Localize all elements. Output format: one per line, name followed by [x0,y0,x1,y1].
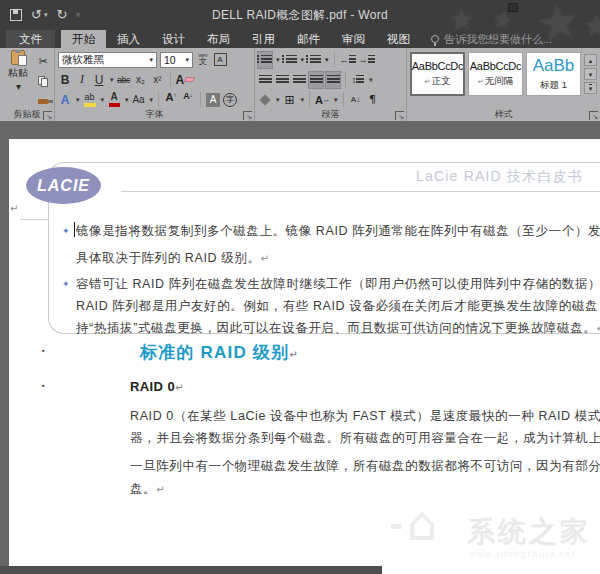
ribbon-tabs: 文件 开始 插入 设计 布局 引用 邮件 审阅 视图 告诉我您想要做什么... [0,30,600,48]
styles-scroll-down-icon[interactable]: ▾ [584,68,597,80]
paste-button[interactable]: 粘贴 ▾ [3,50,33,92]
tab-mailings[interactable]: 邮件 [286,30,331,48]
format-painter-icon[interactable] [36,93,50,109]
underline-button[interactable]: U [92,72,106,88]
borders-icon[interactable]: ⊞ [283,92,297,108]
bullet-icon: ✦ [62,226,70,236]
font-color-icon[interactable]: A [107,92,121,108]
numbered-list-icon[interactable] [283,52,297,68]
watermark-url: www.xitongzhijia.net [469,549,576,559]
phonetic-guide-icon[interactable]: wén文 [196,52,210,68]
section-heading: 标准的 RAID 级别↵ [140,341,298,364]
show-marks-icon[interactable]: ¶ [366,92,380,108]
ribbon: 粘贴 ▾ ✂ 剪贴板 ↘ 微软雅黑▾ 10▾ [0,48,600,121]
document-page[interactable]: LACIE LaCie RAID 技术白皮书 ↵ ✦ 镜像是指将数据复制到多个磁… [9,139,600,574]
paragraph-dialog-launcher-icon[interactable]: ↘ [395,111,404,120]
cut-icon[interactable]: ✂ [36,53,50,69]
subscript-button[interactable]: x₂ [134,72,148,88]
body-line: 器，并且会将数据分条到每个磁盘。所有磁盘的可用容量合在一起，成为计算机上的一个逻… [130,430,600,447]
tab-insert[interactable]: 插入 [106,30,151,48]
header-rule [121,191,600,192]
superscript-button[interactable]: x² [151,72,165,88]
sub-heading: RAID 0↵ [130,379,183,394]
clear-formatting-icon[interactable]: A [176,72,195,88]
body-line: 持“热插拔”式磁盘更换，因此可以在设备开启、而且数据可供访问的情况下更换故障磁盘… [76,320,600,337]
outline-bullet-icon: ▪ [42,347,44,354]
font-dialog-launcher-icon[interactable]: ↘ [243,111,252,120]
font-size-combo[interactable]: 10▾ [160,52,193,68]
body-line: RAID 0（在某些 LaCie 设备中也称为 FAST 模式）是速度最快的一种… [130,408,600,425]
tab-design[interactable]: 设计 [151,30,196,48]
tab-file[interactable]: 文件 [6,30,55,48]
character-shading-icon[interactable]: A [206,92,220,108]
styles-scroll-up-icon[interactable]: ▴ [584,54,597,66]
italic-button[interactable]: I [75,72,89,88]
line-spacing-icon[interactable]: ↕ [351,72,365,88]
text-cursor [74,222,75,237]
tab-references[interactable]: 引用 [241,30,286,48]
change-case-icon[interactable]: Aa [132,92,146,108]
multilevel-list-icon[interactable] [307,52,321,68]
body-line: 容错可让 RAID 阵列在磁盘发生故障时继续工作（即用户仍然可以使用阵列中存储的… [76,276,600,293]
enclose-characters-icon[interactable]: 字 [223,92,237,108]
asian-layout-icon[interactable]: A↔ [315,92,330,108]
status-bar-edge [0,566,382,574]
bullet-icon: ✦ [62,279,70,289]
clipboard-dialog-launcher-icon[interactable]: ↘ [43,111,52,120]
style-heading1[interactable]: AaBb 标题 1 [526,52,581,96]
group-clipboard: 粘贴 ▾ ✂ 剪贴板 ↘ [0,48,55,121]
align-left-icon[interactable] [258,72,272,88]
sort-icon[interactable]: A↓ [349,92,363,108]
tab-view[interactable]: 视图 [376,30,421,48]
header-right-text: LaCie RAID 技术白皮书 [416,168,583,186]
tab-home[interactable]: 开始 [61,30,106,48]
style-no-spacing[interactable]: AaBbCcDc ↵无间隔 [468,52,523,96]
outline-bullet-icon: ▪ [42,382,44,389]
distribute-icon[interactable] [326,72,340,88]
styles-gallery-more-icon[interactable]: ▾ [584,82,597,94]
highlight-color-icon[interactable]: ab [83,92,97,108]
tab-layout[interactable]: 布局 [196,30,241,48]
body-line: 一旦阵列中有一个物理磁盘发生故障，所有磁盘的数据都将不可访问，因为有部分数据已被… [130,458,600,475]
decrease-indent-icon[interactable]: ← [340,52,356,68]
font-name-combo[interactable]: 微软雅黑▾ [58,52,157,68]
shading-icon[interactable] [258,92,272,108]
text-effects-icon[interactable]: A [58,92,72,108]
grow-font-icon[interactable]: A↑ [164,92,178,108]
watermark-house-icon: ⌂ [407,499,437,547]
styles-dialog-launcher-icon[interactable]: ↘ [589,111,598,120]
tell-me-text: 告诉我您想要做什么... [444,32,552,47]
paragraph-group-label: 段落 [255,108,406,121]
group-paragraph: ▾ ▾ ▾ ← → ↕▾ ▾ ⊞▾ [255,48,407,121]
paste-icon [11,50,25,65]
body-line: 盘。↵ [130,481,165,498]
paragraph-mark: ↵ [10,203,18,214]
body-line: 具体取决于阵列的 RAID 级别。↵ [76,250,269,267]
copy-icon[interactable] [36,73,50,89]
style-normal[interactable]: AaBbCcDc ↵正文 [410,52,465,96]
margin-rule [20,219,49,220]
align-right-icon[interactable] [292,72,306,88]
strikethrough-button[interactable]: abc [117,72,131,88]
bold-button[interactable]: B [58,72,72,88]
character-border-icon[interactable]: A [213,52,227,68]
styles-group-label: 样式 [407,108,600,121]
word-window: ↺▾ ↻ ▿ DELL RAID概念图解.pdf - Word ★ ★ ★ ★ … [0,0,600,574]
bullet-list-icon[interactable] [258,52,272,68]
shrink-font-icon[interactable]: A↓ [181,92,195,108]
watermark-mark [391,524,402,529]
lacie-logo: LACIE [26,167,101,204]
body-line: 镜像是指将数据复制到多个磁盘上。镜像 RAID 阵列通常能在阵列中有磁盘（至少一… [76,223,600,240]
align-center-icon[interactable] [275,72,289,88]
font-group-label: 字体 [55,108,254,121]
increase-indent-icon[interactable]: → [359,52,375,68]
group-font: 微软雅黑▾ 10▾ wén文 A B I U▾ abc x₂ x² [55,48,255,121]
ribbon-display-options-icon[interactable] [508,3,518,12]
body-line: RAID 阵列都是用户友好的。例如，有些 RAID 设备必须在关闭后才能更换发生… [76,298,600,315]
title-bar: ↺▾ ↻ ▿ DELL RAID概念图解.pdf - Word ★ ★ ★ ★ [0,0,600,30]
tab-review[interactable]: 审阅 [331,30,376,48]
watermark-brand: 系统之家 [467,513,591,551]
group-styles: AaBbCcDc ↵正文 AaBbCcDc ↵无间隔 AaBb 标题 1 ▴ ▾ [407,48,600,121]
justify-icon[interactable] [309,72,323,88]
tell-me-box[interactable]: 告诉我您想要做什么... [431,30,552,48]
